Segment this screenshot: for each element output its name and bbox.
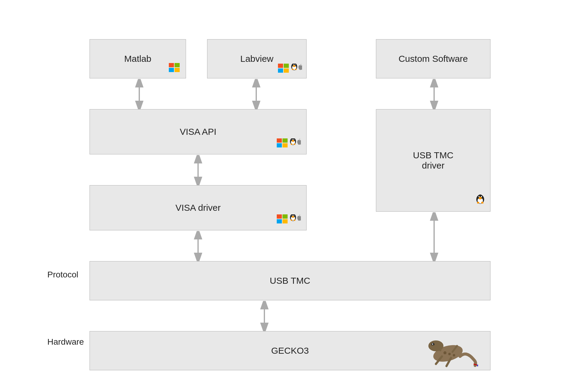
svg-rect-22 <box>282 138 288 143</box>
matlab-os-icons <box>169 63 180 74</box>
svg-rect-24 <box>282 143 288 147</box>
visa-driver-box: VISA driver <box>90 185 307 230</box>
svg-point-36 <box>478 196 480 197</box>
arrow-usbtmc-gecko3 <box>258 301 270 331</box>
svg-rect-21 <box>277 138 282 143</box>
arrow-visaapi-visadriver <box>192 155 204 185</box>
visa-api-box: VISA API <box>90 109 307 154</box>
svg-rect-23 <box>277 143 282 147</box>
usb-tmc-label: USB TMC <box>270 276 310 286</box>
svg-point-37 <box>481 196 482 197</box>
matlab-label: Matlab <box>124 54 151 64</box>
svg-point-12 <box>295 64 295 65</box>
svg-point-38 <box>479 197 482 199</box>
svg-point-11 <box>293 64 294 65</box>
svg-point-66 <box>448 353 451 355</box>
arrow-labview-visa <box>250 79 262 109</box>
svg-rect-0 <box>169 63 174 67</box>
custom-software-label: Custom Software <box>399 54 468 64</box>
svg-point-28 <box>292 139 293 140</box>
visa-driver-label: VISA driver <box>175 203 221 213</box>
svg-point-49 <box>292 215 293 216</box>
svg-rect-42 <box>277 214 282 219</box>
usb-tmc-driver-os-icons <box>476 194 485 207</box>
usb-tmc-driver-box: USB TMC driver <box>376 109 490 212</box>
svg-point-58 <box>428 340 443 351</box>
diagram-container: Matlab Labview <box>0 0 577 392</box>
svg-rect-4 <box>278 64 283 68</box>
svg-point-13 <box>293 65 295 67</box>
svg-point-30 <box>292 140 294 142</box>
svg-rect-1 <box>175 63 180 67</box>
gecko3-label: GECKO3 <box>271 346 309 356</box>
svg-point-51 <box>292 216 294 218</box>
arrow-matlab-visa <box>133 79 145 109</box>
svg-point-65 <box>443 351 446 354</box>
svg-point-60 <box>432 343 433 345</box>
arrow-usbtmcdriver-usbtmc <box>428 212 440 261</box>
arrow-visadriver-usbtmc <box>192 231 204 261</box>
visa-driver-os-icons <box>277 214 301 226</box>
visa-api-label: VISA API <box>180 127 216 137</box>
labview-os-icons <box>278 64 302 75</box>
visa-api-os-icons <box>277 138 301 150</box>
labview-label: Labview <box>240 54 273 64</box>
svg-rect-69 <box>477 365 478 366</box>
svg-point-50 <box>293 215 294 216</box>
svg-rect-7 <box>284 68 289 73</box>
gecko-icon <box>418 332 478 368</box>
hardware-label: Hardware <box>47 337 84 347</box>
svg-point-67 <box>453 354 455 356</box>
matlab-box: Matlab <box>90 39 186 78</box>
svg-rect-3 <box>175 68 180 72</box>
usb-tmc-box: USB TMC <box>90 261 490 300</box>
protocol-label: Protocol <box>47 270 78 280</box>
svg-rect-43 <box>282 214 288 219</box>
gecko3-box: GECKO3 <box>90 331 490 370</box>
svg-rect-2 <box>169 68 174 72</box>
usb-tmc-driver-label: USB TMC driver <box>413 150 453 171</box>
svg-rect-45 <box>282 219 288 223</box>
svg-rect-6 <box>278 68 283 73</box>
svg-rect-44 <box>277 219 282 223</box>
custom-software-box: Custom Software <box>376 39 490 78</box>
svg-rect-5 <box>284 64 289 68</box>
diagram-inner: Matlab Labview <box>47 30 530 362</box>
arrow-custom-usbtmc <box>428 79 440 109</box>
labview-box: Labview <box>207 39 307 78</box>
svg-point-29 <box>293 139 294 140</box>
